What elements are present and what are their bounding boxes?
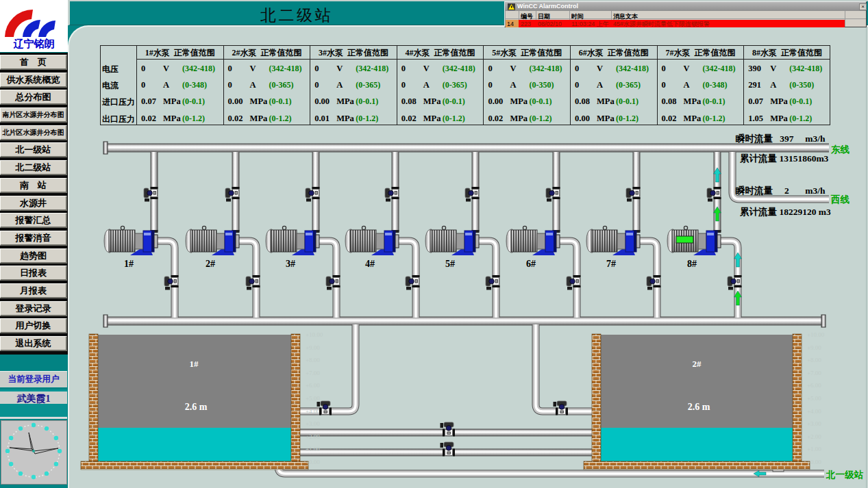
svg-text:6#: 6# [526,259,536,269]
svg-text:东线: 东线 [830,144,850,155]
svg-text:西线: 西线 [830,194,850,205]
svg-text:+8.00: +8.00 [807,357,821,363]
svg-text:2.6 m: 2.6 m [185,402,208,412]
svg-text:累计流量 13151860m3: 累计流量 13151860m3 [739,153,829,164]
svg-text:+1.00: +1.00 [306,446,320,452]
svg-text:北一级站: 北一级站 [826,470,864,480]
svg-text:4#: 4# [365,259,375,269]
svg-text:+5.00: +5.00 [306,395,320,402]
svg-text:2#: 2# [206,259,215,269]
svg-text:1#: 1# [190,359,199,369]
svg-text:+4.00: +4.00 [807,408,821,415]
svg-text:+8.00: +8.00 [306,357,320,363]
svg-text:+9.00: +9.00 [306,344,320,351]
svg-text:+2.00: +2.00 [807,433,821,440]
svg-text:+9.00: +9.00 [807,344,821,351]
svg-text:8#: 8# [687,259,697,269]
svg-text:+7.00: +7.00 [807,370,821,376]
svg-text:瞬时流量 397 m3/h: 瞬时流量 397 m3/h [735,133,826,144]
svg-text:+3.00: +3.00 [807,420,821,427]
svg-text:+6.00: +6.00 [306,382,320,389]
svg-text:+6.00: +6.00 [807,382,821,389]
svg-text:+2.00: +2.00 [306,433,320,440]
svg-text:+5.00: +5.00 [807,395,821,402]
svg-text:2.6 m: 2.6 m [688,402,710,412]
svg-text:1#: 1# [124,259,134,269]
svg-text:+10.00: +10.00 [306,331,323,338]
svg-text:累计流量 18229120 m3: 累计流量 18229120 m3 [739,207,831,217]
svg-text:+0.00: +0.00 [807,459,821,465]
svg-text:+7.00: +7.00 [306,370,320,376]
svg-text:3#: 3# [286,259,295,269]
svg-text:+1.00: +1.00 [807,446,821,452]
svg-text:+0.00: +0.00 [306,459,320,465]
svg-text:2#: 2# [693,359,702,369]
svg-text:+4.00: +4.00 [306,408,320,415]
svg-text:+10.00: +10.00 [807,331,825,338]
svg-text:+3.00: +3.00 [306,420,320,427]
svg-text:瞬时流量 2 m3/h: 瞬时流量 2 m3/h [735,185,826,196]
svg-text:5#: 5# [445,259,455,269]
svg-text:7#: 7# [606,259,616,269]
